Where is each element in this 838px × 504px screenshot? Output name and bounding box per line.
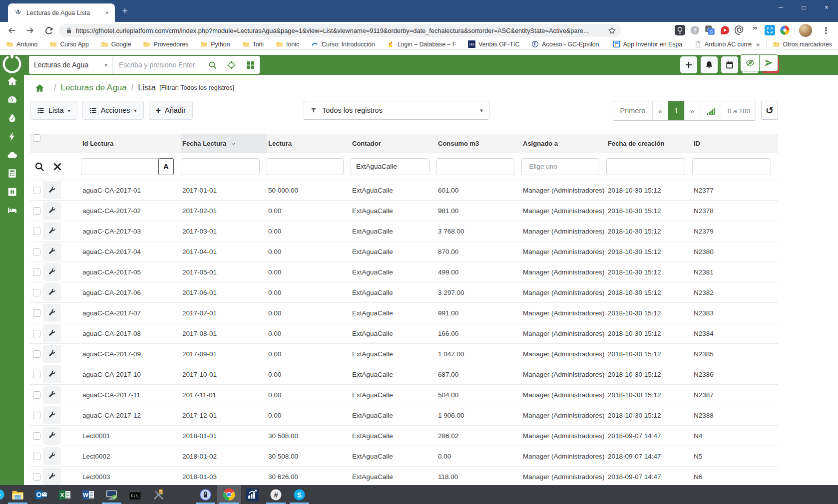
view-filter-select[interactable]: Todos los registros ▾: [304, 101, 489, 120]
quick-create-button[interactable]: [680, 56, 697, 73]
taskbar-item-remote-desktop[interactable]: [100, 485, 123, 504]
help-extension-icon[interactable]: ?: [690, 25, 700, 35]
global-search-input[interactable]: [113, 61, 203, 69]
window-close-button[interactable]: ×: [815, 0, 838, 15]
column-header-contador[interactable]: Contador: [351, 134, 436, 153]
row-edit-button[interactable]: [43, 468, 61, 486]
row-checkbox[interactable]: [33, 187, 40, 194]
lista-menu-button[interactable]: Lista ▾: [30, 101, 77, 120]
row-checkbox[interactable]: [33, 473, 40, 481]
sidebar-item-calculator[interactable]: [7, 168, 17, 179]
filter-input-fecha-de-creacion[interactable]: [606, 158, 685, 175]
profile-avatar[interactable]: [799, 24, 812, 37]
pagination-next-button[interactable]: »: [684, 101, 700, 120]
app-logo[interactable]: [0, 50, 23, 76]
refresh-list-button[interactable]: ↺: [761, 101, 778, 120]
row-checkbox[interactable]: [33, 289, 40, 296]
row-edit-button[interactable]: [43, 263, 61, 281]
pagination-count-button[interactable]: [700, 101, 722, 120]
taskbar-item-keepass[interactable]: [194, 485, 217, 504]
sidebar-item-home[interactable]: [7, 76, 17, 86]
row-checkbox[interactable]: [33, 248, 40, 255]
notifications-button[interactable]: [701, 56, 718, 73]
back-icon[interactable]: [7, 25, 17, 35]
pagination-prev-button[interactable]: «: [652, 101, 668, 120]
column-header-asignado-a[interactable]: Asignado a: [521, 134, 606, 153]
taskbar-item-admin-tools[interactable]: [147, 485, 170, 504]
bookmarks-overflow-chevron[interactable]: »: [756, 40, 760, 48]
filter-select-asignado-a[interactable]: -Elige uno-: [521, 158, 599, 175]
bookmark-star-icon[interactable]: [608, 26, 616, 35]
filter-search-icon[interactable]: [34, 161, 45, 172]
row-checkbox[interactable]: [33, 391, 40, 399]
taskbar-item-outlook[interactable]: [29, 485, 53, 504]
select-all-checkbox[interactable]: [33, 134, 40, 142]
row-edit-button[interactable]: [43, 243, 61, 260]
url-text[interactable]: https://gfhotel.curieplatform.com/crm/in…: [76, 27, 604, 34]
column-header-id[interactable]: ID: [692, 134, 778, 153]
other-bookmarks[interactable]: Otros marcadores: [773, 40, 832, 48]
pagination-current-page[interactable]: 1: [668, 101, 684, 120]
taskbar-item-chrome[interactable]: [217, 485, 241, 504]
bookmark-item[interactable]: Arduino AC current i: [694, 40, 752, 48]
row-edit-button[interactable]: [43, 181, 61, 199]
row-edit-button[interactable]: [43, 283, 61, 301]
taskbar-item-file-explorer[interactable]: [6, 485, 29, 504]
window-minimize-button[interactable]: ─: [769, 0, 792, 15]
bookmark-item[interactable]: App Inventor en Espa: [613, 40, 682, 48]
bookmark-item[interactable]: Proveedores: [143, 40, 188, 48]
bookmark-item[interactable]: Python: [200, 40, 230, 48]
row-edit-button[interactable]: [43, 304, 61, 322]
sidebar-item-rooms[interactable]: [7, 205, 17, 216]
sidebar-item-cloud[interactable]: [7, 150, 17, 160]
browser-menu-icon[interactable]: [825, 25, 827, 35]
calendar-button[interactable]: [721, 56, 738, 73]
filter-clear-icon[interactable]: [52, 161, 63, 172]
row-edit-button[interactable]: [43, 427, 61, 445]
bookmark-item[interactable]: Google: [101, 40, 131, 48]
lightbulb-extension-icon[interactable]: [675, 25, 685, 35]
row-edit-button[interactable]: [43, 324, 61, 342]
module-selector[interactable]: Lecturas de Agua ▾: [29, 56, 113, 74]
app-grid-button[interactable]: [241, 56, 260, 74]
taskbar-item-internet-explorer[interactable]: [170, 485, 194, 504]
forward-icon[interactable]: [25, 25, 35, 35]
send-button[interactable]: [759, 54, 778, 71]
row-edit-button[interactable]: [43, 365, 61, 383]
sidebar-item-hotel[interactable]: [7, 187, 17, 197]
home-icon[interactable]: [35, 83, 44, 93]
redarrow-extension-icon[interactable]: [720, 25, 730, 35]
taskbar-item-stats-app[interactable]: [241, 485, 264, 504]
add-record-button[interactable]: + Añadir: [149, 101, 193, 120]
row-edit-button[interactable]: [43, 202, 61, 220]
row-checkbox[interactable]: [33, 228, 40, 235]
column-header-consumo-m3[interactable]: Consumo m3: [436, 134, 521, 153]
column-header-fecha-de-creacion[interactable]: Fecha de creación: [606, 134, 692, 153]
new-tab-button[interactable]: +: [122, 5, 128, 17]
row-checkbox[interactable]: [33, 371, 40, 378]
sidebar-item-water[interactable]: [7, 113, 17, 123]
bookmark-item[interactable]: 1&1Ventas GF-TIC: [468, 40, 519, 48]
lighthouse-extension-icon[interactable]: [780, 25, 790, 35]
bookmark-item[interactable]: EAcceso - GC-Epsilon.: [531, 40, 601, 48]
column-header-fecha-lectura[interactable]: Fecha Lectura: [181, 134, 267, 153]
taskbar-item-excel[interactable]: X: [53, 485, 76, 504]
filter-input-consumo-m3[interactable]: [436, 158, 514, 175]
row-checkbox[interactable]: [33, 207, 40, 215]
acciones-menu-button[interactable]: Acciones ▾: [82, 101, 144, 120]
search-button[interactable]: [203, 56, 222, 74]
row-checkbox[interactable]: [33, 330, 40, 337]
bookmark-item[interactable]: Ionic: [276, 40, 299, 48]
breadcrumb-module-link[interactable]: Lecturas de Agua: [60, 83, 126, 93]
row-checkbox[interactable]: [33, 268, 40, 276]
pagination-first-button[interactable]: Primero: [613, 101, 652, 120]
row-edit-button[interactable]: [43, 386, 61, 404]
address-bar[interactable]: https://gfhotel.curieplatform.com/crm/in…: [59, 24, 621, 37]
bookmark-item[interactable]: Login – Database – F: [387, 40, 456, 48]
bookmark-item[interactable]: Curso App: [49, 40, 88, 48]
column-header-lectura[interactable]: Lectura: [267, 134, 351, 153]
row-edit-button[interactable]: [43, 222, 61, 240]
browser-tab[interactable]: Lecturas de Agua Lista ×: [8, 3, 115, 22]
row-edit-button[interactable]: [43, 345, 61, 363]
sidebar-item-dashboard[interactable]: [7, 94, 17, 105]
